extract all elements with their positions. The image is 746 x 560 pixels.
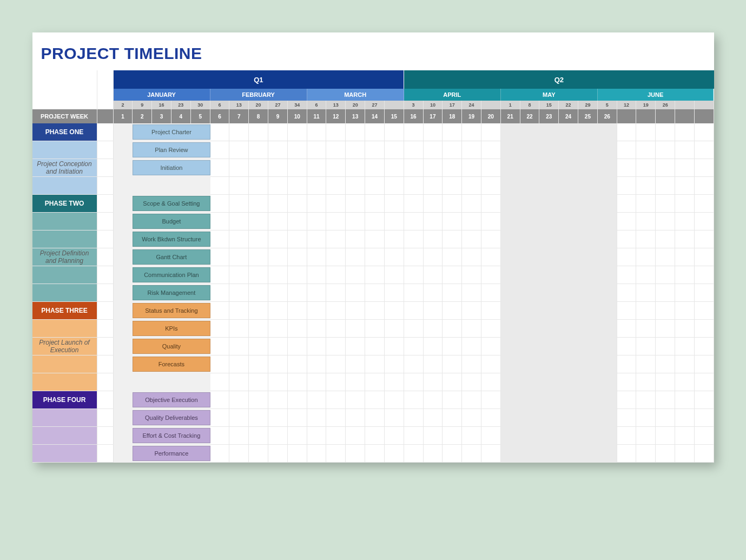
- grid-cell[interactable]: [171, 177, 191, 195]
- grid-cell[interactable]: [249, 177, 268, 195]
- grid-cell[interactable]: [695, 373, 714, 391]
- grid-cell[interactable]: [675, 284, 695, 302]
- grid-cell[interactable]: [385, 141, 404, 159]
- grid-cell[interactable]: [598, 266, 617, 284]
- grid-cell[interactable]: [443, 427, 462, 445]
- grid-cell[interactable]: [695, 302, 714, 320]
- grid-cell[interactable]: [443, 445, 462, 463]
- grid-cell[interactable]: [210, 391, 230, 409]
- grid-cell[interactable]: [114, 248, 133, 266]
- grid-cell[interactable]: [481, 373, 501, 391]
- grid-cell[interactable]: [210, 159, 230, 177]
- grid-cell[interactable]: [462, 373, 481, 391]
- grid-cell[interactable]: [114, 177, 133, 195]
- grid-cell[interactable]: [268, 284, 288, 302]
- grid-cell[interactable]: [346, 159, 365, 177]
- grid-cell[interactable]: [229, 177, 249, 195]
- grid-cell[interactable]: [695, 320, 714, 338]
- grid-cell[interactable]: [404, 213, 424, 230]
- grid-cell[interactable]: [114, 409, 133, 427]
- grid-cell[interactable]: [636, 213, 656, 230]
- grid-cell[interactable]: [598, 230, 617, 248]
- grid-cell[interactable]: [114, 391, 133, 409]
- grid-cell[interactable]: [462, 445, 481, 463]
- grid-cell[interactable]: [578, 338, 598, 355]
- grid-cell[interactable]: [191, 177, 210, 195]
- grid-cell[interactable]: [268, 213, 288, 230]
- grid-cell[interactable]: [617, 230, 637, 248]
- grid-cell[interactable]: [404, 445, 424, 463]
- grid-cell[interactable]: [404, 320, 424, 338]
- grid-cell[interactable]: [268, 141, 288, 159]
- grid-cell[interactable]: [346, 123, 365, 141]
- grid-cell[interactable]: [501, 284, 520, 302]
- grid-cell[interactable]: [443, 159, 462, 177]
- grid-cell[interactable]: [268, 320, 288, 338]
- grid-cell[interactable]: [443, 338, 462, 355]
- grid-cell[interactable]: [481, 320, 501, 338]
- grid-cell[interactable]: [443, 141, 462, 159]
- grid-cell[interactable]: [636, 355, 656, 373]
- grid-cell[interactable]: [636, 409, 656, 427]
- grid-cell[interactable]: [443, 391, 462, 409]
- grid-cell[interactable]: [695, 123, 714, 141]
- task-bar[interactable]: Risk Management: [133, 285, 210, 300]
- grid-cell[interactable]: [326, 266, 346, 284]
- grid-cell[interactable]: [578, 409, 598, 427]
- grid-cell[interactable]: [288, 123, 307, 141]
- grid-cell[interactable]: [249, 409, 268, 427]
- grid-cell[interactable]: [404, 355, 424, 373]
- grid-cell[interactable]: [559, 141, 578, 159]
- grid-cell[interactable]: [656, 248, 675, 266]
- grid-cell[interactable]: [307, 266, 327, 284]
- grid-cell[interactable]: [675, 141, 695, 159]
- grid-cell[interactable]: [636, 177, 656, 195]
- grid-cell[interactable]: [268, 123, 288, 141]
- grid-cell[interactable]: [559, 373, 578, 391]
- grid-cell[interactable]: [268, 266, 288, 284]
- grid-cell[interactable]: [617, 266, 637, 284]
- grid-cell[interactable]: [229, 355, 249, 373]
- grid-cell[interactable]: [288, 141, 307, 159]
- grid-cell[interactable]: [249, 338, 268, 355]
- grid-cell[interactable]: [365, 373, 385, 391]
- grid-cell[interactable]: [598, 123, 617, 141]
- task-bar[interactable]: Forecasts: [133, 357, 210, 372]
- grid-cell[interactable]: [114, 373, 133, 391]
- grid-cell[interactable]: [385, 230, 404, 248]
- grid-cell[interactable]: [307, 338, 327, 355]
- task-bar[interactable]: Performance: [133, 446, 210, 461]
- grid-cell[interactable]: [288, 320, 307, 338]
- grid-cell[interactable]: [229, 302, 249, 320]
- grid-cell[interactable]: [249, 248, 268, 266]
- grid-cell[interactable]: [249, 141, 268, 159]
- grid-cell[interactable]: [675, 195, 695, 213]
- grid-cell[interactable]: [249, 391, 268, 409]
- grid-cell[interactable]: [229, 123, 249, 141]
- grid-cell[interactable]: [385, 338, 404, 355]
- grid-cell[interactable]: [268, 302, 288, 320]
- grid-cell[interactable]: [617, 373, 637, 391]
- grid-cell[interactable]: [598, 320, 617, 338]
- grid-cell[interactable]: [462, 177, 481, 195]
- grid-cell[interactable]: [424, 141, 443, 159]
- grid-cell[interactable]: [307, 391, 327, 409]
- grid-cell[interactable]: [404, 409, 424, 427]
- grid-cell[interactable]: [346, 391, 365, 409]
- grid-cell[interactable]: [424, 230, 443, 248]
- grid-cell[interactable]: [617, 445, 637, 463]
- grid-cell[interactable]: [578, 248, 598, 266]
- grid-cell[interactable]: [598, 302, 617, 320]
- grid-cell[interactable]: [481, 230, 501, 248]
- grid-cell[interactable]: [249, 195, 268, 213]
- grid-cell[interactable]: [249, 320, 268, 338]
- grid-cell[interactable]: [288, 338, 307, 355]
- grid-cell[interactable]: [443, 177, 462, 195]
- task-bar[interactable]: Gantt Chart: [133, 249, 210, 265]
- grid-cell[interactable]: [559, 213, 578, 230]
- grid-cell[interactable]: [229, 284, 249, 302]
- grid-cell[interactable]: [481, 338, 501, 355]
- grid-cell[interactable]: [443, 123, 462, 141]
- task-bar[interactable]: Communication Plan: [133, 267, 210, 282]
- grid-cell[interactable]: [326, 373, 346, 391]
